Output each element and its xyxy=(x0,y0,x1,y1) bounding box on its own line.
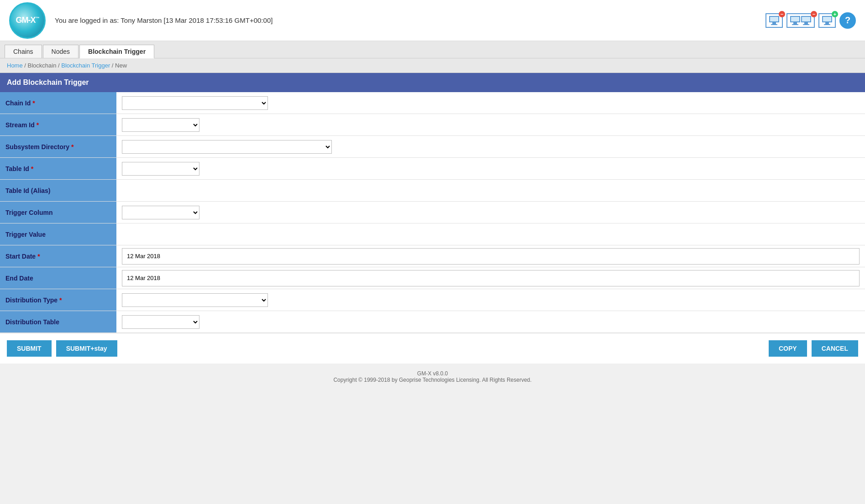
value-subsystem-directory xyxy=(116,136,865,157)
label-stream-id: Stream Id * xyxy=(0,114,116,135)
footer-right-buttons: COPY CANCEL xyxy=(769,340,858,357)
breadcrumb-home[interactable]: Home xyxy=(7,62,23,69)
monitor-icon-2a xyxy=(790,16,800,25)
header-icons: − − xyxy=(765,12,856,29)
logo-text: GM-X™ xyxy=(16,16,39,25)
green-plus-badge: + xyxy=(832,11,838,17)
tab-chains[interactable]: Chains xyxy=(5,45,42,58)
field-row-end-date: End Date 12 Mar 2018 xyxy=(0,267,865,289)
select-subsystem-directory[interactable] xyxy=(122,140,332,154)
label-table-id-alias: Table Id (Alias) xyxy=(0,180,116,201)
submit-button[interactable]: SUBMIT xyxy=(7,340,52,357)
label-chain-id: Chain Id * xyxy=(0,92,116,114)
select-trigger-column[interactable] xyxy=(122,206,199,219)
breadcrumb-sep-3: / xyxy=(112,62,115,69)
help-button[interactable]: ? xyxy=(839,12,856,29)
red-minus-badge-2: − xyxy=(811,11,817,17)
window-icon-1[interactable]: − xyxy=(765,13,783,28)
value-chain-id xyxy=(116,92,865,114)
monitor-icon-3 xyxy=(822,16,832,25)
footer-copyright: Copyright © 1999-2018 by Geoprise Techno… xyxy=(7,377,858,383)
label-subsystem-directory: Subsystem Directory * xyxy=(0,136,116,157)
field-row-subsystem-directory: Subsystem Directory * xyxy=(0,136,865,158)
field-row-chain-id: Chain Id * xyxy=(0,92,865,114)
form-container: Add Blockchain Trigger Chain Id * Stream… xyxy=(0,73,865,364)
red-minus-badge-1: − xyxy=(779,11,785,17)
tab-blockchain-trigger[interactable]: Blockchain Trigger xyxy=(79,45,154,58)
select-table-id[interactable] xyxy=(122,162,199,176)
field-row-trigger-column: Trigger Column xyxy=(0,202,865,223)
tabs-bar: Chains Nodes Blockchain Trigger xyxy=(0,41,865,58)
field-row-start-date: Start Date * 12 Mar 2018 xyxy=(0,245,865,267)
value-distribution-table xyxy=(116,311,865,333)
field-row-table-id: Table Id * xyxy=(0,158,865,180)
label-distribution-table: Distribution Table xyxy=(0,311,116,333)
value-table-id xyxy=(116,158,865,179)
submit-stay-button[interactable]: SUBMIT+stay xyxy=(56,340,117,357)
input-end-date[interactable]: 12 Mar 2018 xyxy=(122,270,860,286)
select-stream-id[interactable] xyxy=(122,118,199,132)
input-start-date[interactable]: 12 Mar 2018 xyxy=(122,248,860,265)
form-title: Add Blockchain Trigger xyxy=(0,73,865,92)
field-row-distribution-type: Distribution Type * xyxy=(0,289,865,311)
value-end-date: 12 Mar 2018 xyxy=(116,267,865,289)
field-row-trigger-value: Trigger Value xyxy=(0,223,865,245)
value-trigger-value xyxy=(116,223,865,245)
select-distribution-type[interactable] xyxy=(122,293,268,307)
select-chain-id[interactable] xyxy=(122,96,268,110)
login-info: You are logged in as: Tony Marston [13 M… xyxy=(55,16,765,24)
field-row-table-id-alias: Table Id (Alias) xyxy=(0,180,865,202)
select-distribution-table[interactable] xyxy=(122,315,199,329)
label-distribution-type: Distribution Type * xyxy=(0,289,116,311)
footer-version: GM-X v8.0.0 xyxy=(7,370,858,377)
value-start-date: 12 Mar 2018 xyxy=(116,245,865,267)
window-icon-2[interactable]: − xyxy=(786,13,815,28)
logo: GM-X™ xyxy=(9,2,46,39)
monitor-icon-1 xyxy=(769,16,779,25)
label-start-date: Start Date * xyxy=(0,245,116,267)
window-icon-3[interactable]: + xyxy=(818,13,836,28)
cancel-button[interactable]: CANCEL xyxy=(812,340,858,357)
label-trigger-value: Trigger Value xyxy=(0,223,116,245)
breadcrumb-sep-1: / xyxy=(24,62,27,69)
form-footer: SUBMIT SUBMIT+stay COPY CANCEL xyxy=(0,333,865,364)
value-trigger-column xyxy=(116,202,865,223)
value-table-id-alias xyxy=(116,180,865,201)
breadcrumb: Home / Blockchain / Blockchain Trigger /… xyxy=(0,58,865,73)
value-stream-id xyxy=(116,114,865,135)
label-end-date: End Date xyxy=(0,267,116,289)
page-footer: GM-X v8.0.0 Copyright © 1999-2018 by Geo… xyxy=(0,364,865,390)
field-row-stream-id: Stream Id * xyxy=(0,114,865,136)
tab-nodes[interactable]: Nodes xyxy=(43,45,79,58)
monitor-icon-2b xyxy=(801,16,811,25)
field-row-distribution-table: Distribution Table xyxy=(0,311,865,333)
header: GM-X™ You are logged in as: Tony Marston… xyxy=(0,0,865,41)
label-trigger-column: Trigger Column xyxy=(0,202,116,223)
label-table-id: Table Id * xyxy=(0,158,116,179)
value-distribution-type xyxy=(116,289,865,311)
breadcrumb-blockchain-trigger[interactable]: Blockchain Trigger xyxy=(61,62,110,69)
breadcrumb-new: New xyxy=(115,62,127,69)
breadcrumb-blockchain: Blockchain xyxy=(28,62,57,69)
copy-button[interactable]: COPY xyxy=(769,340,807,357)
